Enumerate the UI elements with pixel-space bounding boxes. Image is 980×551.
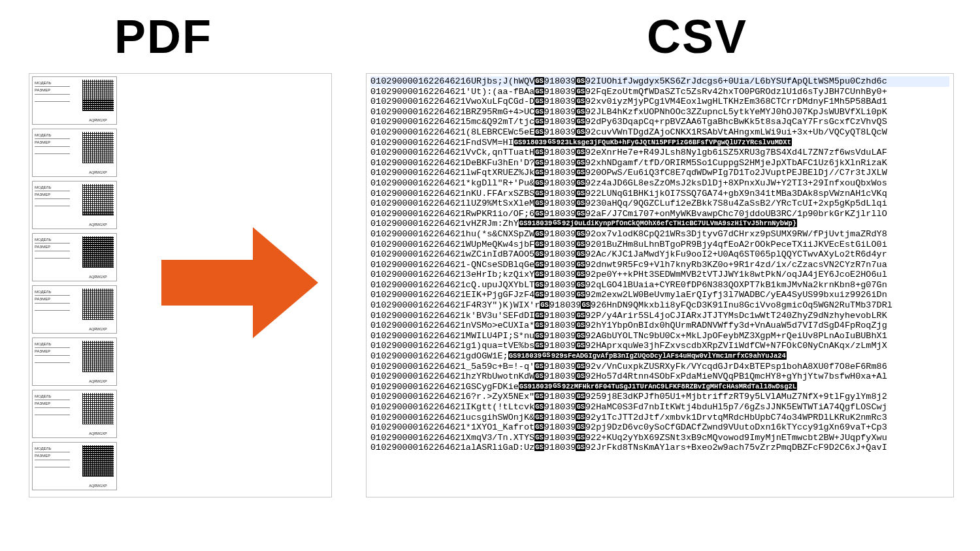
arrow-icon bbox=[161, 227, 318, 338]
csv-line: 010290000162264621k'BV3u'SEFdDIGS918039G… bbox=[370, 311, 949, 321]
label-row: МОДЕЛЬРАЗМЕР AQRW1XP bbox=[32, 442, 117, 490]
label-row: МОДЕЛЬРАЗМЕР AQRW1XP bbox=[32, 285, 117, 334]
gs-separator-icon: GS bbox=[576, 341, 585, 349]
qr-caption: AQRW1XP bbox=[82, 484, 114, 488]
gs-separator-icon: GS bbox=[552, 219, 562, 227]
gs-separator-icon: GS bbox=[534, 362, 544, 370]
csv-line: 0102900001622646216?r.>ZyX5NEx"GS918039G… bbox=[370, 392, 949, 402]
csv-line: 0102900001622646215mc&Q92mT/tjcGS918039G… bbox=[370, 117, 949, 127]
csv-line: 010290000162264621IKgtt(!tLtcvkGS918039G… bbox=[370, 402, 949, 413]
csv-line: 010290000162264621'Ut):(aa-fBAaGS918039G… bbox=[370, 87, 949, 97]
csv-line: 010290000162264621F4R3Y")K)WIX'rGS918039… bbox=[370, 300, 949, 311]
gs-separator-icon: GS bbox=[534, 392, 544, 400]
csv-line: 0102900001622646213eHrIb;kzQixYGS918039G… bbox=[370, 270, 949, 280]
gs-separator-icon: GS bbox=[534, 423, 544, 431]
csv-line: 010290000162264621VwoXuLFqCGd-DGS918039G… bbox=[370, 97, 949, 107]
gs-separator-icon: GS bbox=[576, 270, 585, 278]
label-fields: МОДЕЛЬРАЗМЕР bbox=[33, 234, 72, 281]
gs-separator-icon: GS bbox=[576, 168, 585, 176]
csv-line: 010290000162264621WUpMeQKw4sjbFGS918039G… bbox=[370, 240, 949, 250]
label-row: МОДЕЛЬРАЗМЕР AQRW1XP bbox=[32, 129, 117, 177]
gs-separator-icon: GS bbox=[576, 250, 585, 258]
csv-line: 010290000162264621alASRliGaD:UzGS918039G… bbox=[370, 443, 949, 453]
gs-separator-icon: GS bbox=[576, 281, 585, 289]
gs-separator-icon: GS bbox=[576, 443, 585, 451]
gs-separator-icon: GS bbox=[576, 291, 585, 298]
gs-separator-icon: GS918039GS929sFeADGIgvAfpB3nIgZUQoDcylAF… bbox=[508, 351, 787, 360]
csv-line: 010290000162264621_5a59c+B=!-q'GS918039G… bbox=[370, 362, 949, 372]
gs-separator-icon: GS bbox=[581, 301, 591, 309]
gs-separator-icon: GS bbox=[534, 433, 544, 441]
gs-separator-icon: GS bbox=[576, 148, 585, 156]
gs-separator-icon: GS bbox=[542, 351, 551, 359]
qr-caption: AQRW1XP bbox=[82, 432, 114, 435]
gs-separator-icon: GS bbox=[576, 87, 585, 95]
csv-line: 010290000162264621*kgDll"R+'Pu&GS918039G… bbox=[370, 178, 949, 189]
gs-separator-icon: GS bbox=[534, 108, 544, 116]
gs-separator-icon: GS bbox=[534, 372, 544, 380]
gs-separator-icon: GS bbox=[552, 382, 562, 390]
label-fields: МОДЕЛЬРАЗМЕР bbox=[33, 129, 72, 176]
gs-separator-icon: GS bbox=[534, 240, 544, 248]
csv-line: 010290000162264621nKU.FFArxSZBSGS918039G… bbox=[370, 189, 949, 199]
gs-separator-icon: GS bbox=[576, 403, 585, 411]
gs-separator-icon: GS bbox=[576, 97, 585, 105]
gs-separator-icon: GS bbox=[576, 392, 585, 400]
gs-separator-icon: GS bbox=[576, 413, 585, 421]
gs-separator-icon: GS bbox=[534, 403, 544, 411]
csv-line: 010290000162264621RwPKR1io/OF;6GS918039G… bbox=[370, 209, 949, 219]
qr-caption: AQRW1XP bbox=[82, 275, 114, 279]
gs-separator-icon: GS bbox=[576, 260, 585, 268]
gs-separator-icon: GS bbox=[534, 199, 544, 207]
gs-separator-icon: GS bbox=[534, 281, 544, 289]
csv-line: 010290000162264621GSCygFDKieGS918039GS92… bbox=[370, 382, 949, 392]
gs-separator-icon: GS bbox=[576, 128, 585, 136]
gs-separator-icon: GS bbox=[576, 210, 585, 217]
gs-separator-icon: GS bbox=[576, 199, 585, 207]
csv-line: 010290000162264621(8LEBRCEWc5eEGS918039G… bbox=[370, 127, 949, 138]
label-row: МОДЕЛЬРАЗМЕР AQRW1XP bbox=[32, 181, 117, 229]
gs-separator-icon: GS bbox=[547, 138, 557, 146]
csv-line: 010290000162264621hu(*s&CNXSpZWGS918039G… bbox=[370, 229, 949, 240]
label-row: МОДЕЛЬРАЗМЕР AQRW1XP bbox=[32, 338, 117, 386]
gs-separator-icon: GS bbox=[534, 118, 544, 125]
gs-separator-icon: GS bbox=[534, 128, 544, 136]
gs-separator-icon: GS bbox=[576, 362, 585, 370]
csv-heading: CSV bbox=[647, 10, 747, 63]
gs-separator-icon: GS bbox=[534, 189, 544, 197]
qr-code bbox=[82, 393, 114, 424]
gs-separator-icon: GS918039GS92j0uLdiKynpPfOnCkQMOhX6efcTH1… bbox=[519, 219, 797, 227]
csv-line: 010290000162264621XmqV3/Tn.XTYSGS918039G… bbox=[370, 433, 949, 443]
csv-line: 010290000162264621VvCk,qnTTuatHGS918039G… bbox=[370, 148, 949, 158]
gs-separator-icon: GS bbox=[534, 210, 544, 217]
csv-line: 010290000162264621MWILU4PI;S*nuGS918039G… bbox=[370, 331, 949, 341]
gs-separator-icon: GS bbox=[534, 148, 544, 156]
gs-separator-icon: GS bbox=[534, 168, 544, 176]
gs-separator-icon: GS bbox=[534, 311, 544, 319]
label-fields: МОДЕЛЬРАЗМЕР bbox=[33, 390, 72, 437]
csv-line: 010290000162264621-QNCseSDBlqGeGS918039G… bbox=[370, 260, 949, 270]
gs-separator-icon: GS bbox=[576, 118, 585, 125]
qr-code bbox=[82, 80, 114, 111]
gs-separator-icon: GS bbox=[534, 332, 544, 339]
label-fields: МОДЕЛЬРАЗМЕР bbox=[33, 286, 72, 333]
qr-code bbox=[82, 184, 114, 215]
csv-line: 010290000162264621vHZRJm:ZhYGS918039GS92… bbox=[370, 219, 949, 229]
qr-caption: AQRW1XP bbox=[82, 327, 114, 331]
gs-separator-icon: GS bbox=[534, 260, 544, 268]
csv-line: 010290000162264621cQ.upuJQXYbLTGS918039G… bbox=[370, 280, 949, 291]
qr-code bbox=[82, 236, 114, 268]
qr-caption: AQRW1XP bbox=[82, 170, 114, 174]
csv-line: 010290000162264621hzYRbUwotnKdWGS918039G… bbox=[370, 371, 949, 382]
label-row: МОДЕЛЬРАЗМЕР AQRW1XP bbox=[32, 233, 117, 281]
gs-separator-icon: GS bbox=[576, 433, 585, 441]
gs-separator-icon: GS bbox=[576, 240, 585, 248]
gs-separator-icon: GS918039GS923Lksge3jFQuKb+hFyGJQtN15PFPi… bbox=[514, 138, 792, 146]
qr-caption: AQRW1XP bbox=[82, 223, 114, 227]
gs-separator-icon: GS bbox=[534, 443, 544, 451]
csv-line: 0102900001622646216URjbs;J(hWQVGS918039G… bbox=[370, 76, 949, 87]
label-fields: МОДЕЛЬРАЗМЕР bbox=[33, 77, 72, 124]
gs-separator-icon: GS bbox=[576, 423, 585, 431]
csv-line: 010290000162264621gdOGW1E;GS918039GS929s… bbox=[370, 351, 949, 362]
csv-line: 010290000162264621wZCinIdB7AOO5GS918039G… bbox=[370, 249, 949, 260]
